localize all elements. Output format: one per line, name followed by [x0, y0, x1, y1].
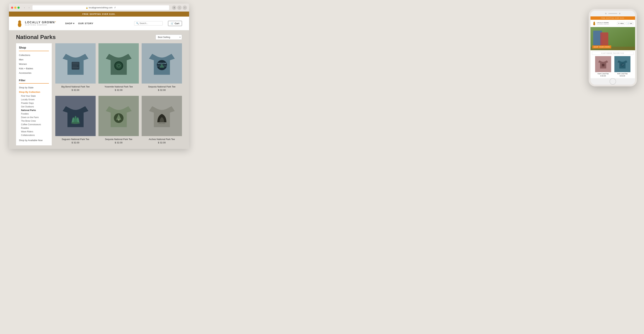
- filter-sub-find-your-state[interactable]: Find Your State: [19, 94, 49, 98]
- back-button[interactable]: ‹: [22, 6, 26, 10]
- tshirt-svg-4: [102, 100, 135, 132]
- cart-label: Cart: [175, 22, 179, 25]
- product-grid: Big Bend National Park Tee $ 32.00: [55, 43, 182, 145]
- desktop-browser: ‹ › 🔒 locallygrownclothing.com ↺ ⬇ ↑ + F…: [9, 3, 189, 149]
- download-button[interactable]: ⬇: [172, 5, 176, 10]
- product-card-0[interactable]: Big Bend National Park Tee $ 32.00: [55, 43, 96, 93]
- product-name-2: Sequoia National Park Tee: [148, 85, 176, 88]
- nav-our-story[interactable]: OUR STORY: [78, 22, 94, 25]
- minimize-button[interactable]: [14, 6, 16, 9]
- filter-sub-collaborations[interactable]: Collaborations: [19, 133, 49, 137]
- filter-sub-brew-crew[interactable]: The Brew Crew: [19, 119, 49, 123]
- forward-button[interactable]: ›: [27, 6, 31, 10]
- tshirt-svg-0: [60, 47, 92, 80]
- logo[interactable]: LOCALLY GROWN® CLOTHING COMPANY: [16, 19, 56, 27]
- product-price-5: $ 32.00: [158, 141, 166, 144]
- product-price-4: $ 32.00: [115, 141, 122, 144]
- new-tab-button[interactable]: +: [183, 5, 187, 10]
- close-button[interactable]: [11, 6, 13, 9]
- svg-rect-14: [72, 66, 77, 66]
- browser-actions: ⬇ ↑ +: [172, 5, 187, 10]
- product-card-3[interactable]: Saguaro National Park Tee $ 32.00: [55, 96, 96, 146]
- product-image-2: SEQUOIA NATIONAL PARK: [142, 43, 182, 84]
- main-navigation: SHOP ▾ OUR STORY: [65, 22, 93, 25]
- filter-sub-down-on-farm[interactable]: Down on the Farm: [19, 116, 49, 119]
- svg-point-1: [18, 20, 21, 23]
- filter-shop-available-now[interactable]: Shop by Available Now: [19, 138, 49, 143]
- browser-chrome: ‹ › 🔒 locallygrownclothing.com ↺ ⬇ ↑ +: [9, 3, 189, 11]
- sidebar-item-men[interactable]: Men: [19, 57, 49, 62]
- search-icon: 🔍: [136, 22, 139, 24]
- filter-title: Filter: [19, 79, 49, 84]
- product-card-2[interactable]: SEQUOIA NATIONAL PARK Sequoia National P…: [142, 43, 182, 93]
- filter-sub-locally-grown[interactable]: Locally Grown: [19, 98, 49, 101]
- product-price-2: $ 32.00: [158, 89, 166, 91]
- sidebar-item-women[interactable]: Women: [19, 62, 49, 66]
- filter-sub-roadies[interactable]: Roadies: [19, 126, 49, 130]
- cart-icon: 🛒: [171, 22, 174, 25]
- product-image-5: ARCHES: [142, 96, 182, 136]
- product-image-3: [55, 96, 96, 136]
- svg-rect-12: [72, 62, 79, 64]
- logo-text: LOCALLY GROWN® CLOTHING COMPANY: [25, 21, 56, 26]
- tshirt-svg-3: [60, 100, 92, 132]
- search-input[interactable]: [140, 22, 161, 24]
- svg-point-21: [71, 122, 80, 124]
- url-bar[interactable]: 🔒 locallygrownclothing.com ↺: [32, 5, 169, 10]
- sidebar-item-collections[interactable]: Collections: [19, 53, 49, 57]
- svg-marker-2: [20, 20, 20, 20]
- page-header-row: National Parks Best Selling Price: Low t…: [16, 34, 182, 40]
- product-card-5[interactable]: ARCHES Arches National Park Tee $ 32.00: [142, 96, 182, 146]
- product-price-1: $ 32.00: [115, 89, 122, 91]
- filter-shop-by-collection[interactable]: Shop By Collection: [19, 90, 49, 94]
- cart-button[interactable]: 🛒 Cart: [168, 21, 182, 26]
- product-name-0: Big Bend National Park Tee: [61, 85, 90, 88]
- sort-wrapper: Best Selling Price: Low to High Price: H…: [156, 34, 182, 40]
- product-name-4: Sequoia National Park Tee: [105, 138, 132, 141]
- reload-button[interactable]: ↺: [114, 6, 116, 9]
- logo-sub-text: CLOTHING COMPANY: [25, 24, 56, 26]
- fullscreen-button[interactable]: [18, 6, 20, 9]
- share-button[interactable]: ↑: [177, 5, 182, 10]
- svg-text:ARCHES: ARCHES: [158, 123, 165, 124]
- svg-point-9: [19, 21, 20, 22]
- product-image-0: [55, 43, 96, 84]
- browser-navigation: ‹ ›: [22, 6, 31, 10]
- filter-section: Filter Shop by State Shop By Collection …: [19, 79, 49, 143]
- product-price-3: $ 32.00: [72, 141, 79, 144]
- tshirt-svg-5: ARCHES: [146, 100, 178, 132]
- svg-point-6: [18, 25, 21, 27]
- svg-line-7: [19, 27, 19, 27]
- product-name-3: Saguaro National Park Tee: [62, 138, 89, 141]
- product-card-1[interactable]: Yosemite National Park Tee $ 32.00: [98, 43, 139, 93]
- nav-shop[interactable]: SHOP ▾: [65, 22, 74, 25]
- product-image-4: [98, 96, 139, 136]
- svg-marker-3: [19, 20, 20, 20]
- sort-select[interactable]: Best Selling Price: Low to High Price: H…: [156, 34, 182, 40]
- sidebar-shop-title: Shop: [19, 46, 49, 51]
- site-header: LOCALLY GROWN® CLOTHING COMPANY SHOP ▾ O…: [9, 16, 189, 30]
- sidebar: Shop Collections Men Women Kids + Babies…: [16, 43, 52, 145]
- product-image-1: [98, 43, 139, 84]
- promo-text: FREE SHIPPING OVER $100.: [82, 13, 116, 15]
- search-bar[interactable]: 🔍: [134, 21, 163, 25]
- logo-main-text: LOCALLY GROWN®: [25, 21, 56, 24]
- filter-shop-by-state[interactable]: Shop by State: [19, 85, 49, 90]
- svg-point-17: [116, 62, 122, 69]
- filter-sub-coffee[interactable]: Coffee Connoisseurs: [19, 123, 49, 126]
- filter-sub-foodies[interactable]: Foodies: [19, 112, 49, 116]
- page-title: National Parks: [16, 34, 56, 40]
- url-text: locallygrownclothing.com: [89, 6, 112, 9]
- product-card-4[interactable]: Sequoia National Park Tee $ 32.00: [98, 96, 139, 146]
- tshirt-svg-2: SEQUOIA NATIONAL PARK: [146, 47, 178, 80]
- filter-sub-national-parks[interactable]: National Parks: [19, 109, 49, 112]
- promo-bar: FREE SHIPPING OVER $100.: [9, 11, 189, 16]
- svg-rect-13: [72, 64, 79, 65]
- sidebar-item-kids-babies[interactable]: Kids + Babies: [19, 66, 49, 71]
- filter-sub-powder-days[interactable]: Powder Days: [19, 101, 49, 105]
- dropdown-arrow-icon: ▾: [73, 22, 74, 25]
- svg-line-8: [20, 27, 20, 27]
- filter-sub-wave-riders[interactable]: Wave Riders: [19, 130, 49, 133]
- sidebar-item-accessories[interactable]: Accessories: [19, 71, 49, 75]
- filter-sub-get-outdoors[interactable]: Get Outdoors: [19, 105, 49, 109]
